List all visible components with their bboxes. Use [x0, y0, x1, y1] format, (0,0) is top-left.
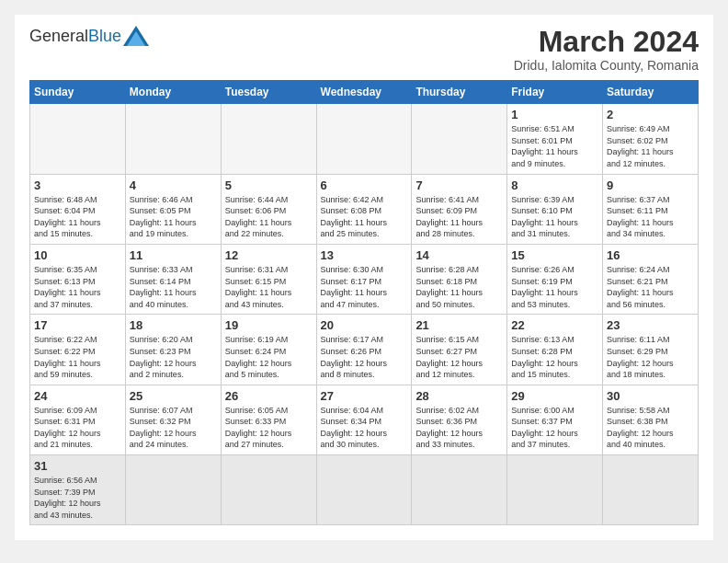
calendar-cell: 8Sunrise: 6:39 AM Sunset: 6:10 PM Daylig… [507, 174, 603, 244]
calendar-cell: 5Sunrise: 6:44 AM Sunset: 6:06 PM Daylig… [221, 174, 316, 244]
day-info: Sunrise: 5:58 AM Sunset: 6:38 PM Dayligh… [607, 405, 694, 451]
calendar-cell: 29Sunrise: 6:00 AM Sunset: 6:37 PM Dayli… [507, 385, 603, 454]
calendar-cell: 3Sunrise: 6:48 AM Sunset: 6:04 PM Daylig… [30, 174, 126, 244]
day-number: 19 [225, 318, 313, 332]
day-number: 30 [607, 389, 694, 403]
day-number: 20 [321, 318, 408, 332]
day-info: Sunrise: 6:26 AM Sunset: 6:19 PM Dayligh… [511, 264, 598, 310]
day-info: Sunrise: 6:05 AM Sunset: 6:33 PM Dayligh… [225, 405, 313, 451]
calendar-week-3: 10Sunrise: 6:35 AM Sunset: 6:13 PM Dayli… [30, 244, 699, 314]
day-number: 8 [511, 178, 598, 192]
weekday-header-thursday: Thursday [412, 81, 507, 104]
calendar-cell [316, 104, 412, 174]
day-number: 24 [34, 389, 121, 403]
day-number: 17 [34, 318, 121, 332]
logo-icon [123, 26, 149, 46]
day-number: 15 [511, 248, 598, 262]
day-info: Sunrise: 6:07 AM Sunset: 6:32 PM Dayligh… [130, 405, 217, 451]
day-info: Sunrise: 6:04 AM Sunset: 6:34 PM Dayligh… [321, 405, 408, 451]
calendar-cell: 31Sunrise: 6:56 AM Sunset: 7:39 PM Dayli… [30, 455, 126, 525]
header: GeneralBlue March 2024 Dridu, Ialomita C… [29, 26, 699, 73]
day-info: Sunrise: 6:20 AM Sunset: 6:23 PM Dayligh… [130, 334, 217, 380]
day-info: Sunrise: 6:30 AM Sunset: 6:17 PM Dayligh… [321, 264, 408, 310]
day-number: 31 [34, 459, 121, 473]
calendar-cell: 1Sunrise: 6:51 AM Sunset: 6:01 PM Daylig… [507, 104, 603, 174]
logo-text: GeneralBlue [29, 28, 121, 44]
weekday-header-row: SundayMondayTuesdayWednesdayThursdayFrid… [30, 81, 699, 104]
day-number: 26 [225, 389, 313, 403]
day-info: Sunrise: 6:24 AM Sunset: 6:21 PM Dayligh… [607, 264, 694, 310]
calendar-cell: 14Sunrise: 6:28 AM Sunset: 6:18 PM Dayli… [412, 244, 507, 314]
day-info: Sunrise: 6:56 AM Sunset: 7:39 PM Dayligh… [34, 475, 121, 521]
calendar-cell: 16Sunrise: 6:24 AM Sunset: 6:21 PM Dayli… [603, 244, 699, 314]
weekday-header-sunday: Sunday [30, 81, 126, 104]
calendar-cell: 6Sunrise: 6:42 AM Sunset: 6:08 PM Daylig… [316, 174, 412, 244]
calendar-cell: 18Sunrise: 6:20 AM Sunset: 6:23 PM Dayli… [125, 315, 221, 385]
day-number: 6 [321, 178, 408, 192]
weekday-header-saturday: Saturday [603, 81, 699, 104]
logo: GeneralBlue [29, 26, 149, 46]
day-number: 13 [321, 248, 408, 262]
calendar-cell [507, 455, 603, 525]
calendar-cell [125, 104, 221, 174]
calendar-cell: 21Sunrise: 6:15 AM Sunset: 6:27 PM Dayli… [412, 315, 507, 385]
calendar-cell: 25Sunrise: 6:07 AM Sunset: 6:32 PM Dayli… [125, 385, 221, 454]
calendar-cell [125, 455, 221, 525]
day-info: Sunrise: 6:44 AM Sunset: 6:06 PM Dayligh… [225, 194, 313, 240]
calendar-week-1: 1Sunrise: 6:51 AM Sunset: 6:01 PM Daylig… [30, 104, 699, 174]
calendar-week-5: 24Sunrise: 6:09 AM Sunset: 6:31 PM Dayli… [30, 385, 699, 454]
day-number: 28 [415, 389, 503, 403]
calendar-cell: 28Sunrise: 6:02 AM Sunset: 6:36 PM Dayli… [412, 385, 507, 454]
day-info: Sunrise: 6:42 AM Sunset: 6:08 PM Dayligh… [321, 194, 408, 240]
calendar-week-4: 17Sunrise: 6:22 AM Sunset: 6:22 PM Dayli… [30, 315, 699, 385]
day-number: 29 [511, 389, 598, 403]
calendar-cell [412, 104, 507, 174]
calendar-cell: 26Sunrise: 6:05 AM Sunset: 6:33 PM Dayli… [221, 385, 316, 454]
calendar-cell [603, 455, 699, 525]
day-info: Sunrise: 6:02 AM Sunset: 6:36 PM Dayligh… [415, 405, 503, 451]
day-number: 22 [511, 318, 598, 332]
day-info: Sunrise: 6:09 AM Sunset: 6:31 PM Dayligh… [34, 405, 121, 451]
calendar-cell [221, 104, 316, 174]
day-info: Sunrise: 6:28 AM Sunset: 6:18 PM Dayligh… [415, 264, 503, 310]
day-number: 10 [34, 248, 121, 262]
day-number: 7 [415, 178, 503, 192]
day-number: 1 [511, 108, 598, 121]
location-subtitle: Dridu, Ialomita County, Romania [514, 58, 699, 73]
title-block: March 2024 Dridu, Ialomita County, Roman… [514, 26, 699, 73]
weekday-header-wednesday: Wednesday [316, 81, 412, 104]
day-number: 9 [607, 178, 694, 192]
calendar-cell: 17Sunrise: 6:22 AM Sunset: 6:22 PM Dayli… [30, 315, 126, 385]
calendar-cell: 30Sunrise: 5:58 AM Sunset: 6:38 PM Dayli… [603, 385, 699, 454]
day-info: Sunrise: 6:49 AM Sunset: 6:02 PM Dayligh… [607, 123, 694, 169]
calendar-cell: 15Sunrise: 6:26 AM Sunset: 6:19 PM Dayli… [507, 244, 603, 314]
calendar-cell: 12Sunrise: 6:31 AM Sunset: 6:15 PM Dayli… [221, 244, 316, 314]
month-title: March 2024 [514, 26, 699, 58]
day-info: Sunrise: 6:37 AM Sunset: 6:11 PM Dayligh… [607, 194, 694, 240]
weekday-header-monday: Monday [125, 81, 221, 104]
calendar-cell [30, 104, 126, 174]
day-number: 11 [130, 248, 217, 262]
calendar-cell: 23Sunrise: 6:11 AM Sunset: 6:29 PM Dayli… [603, 315, 699, 385]
calendar-cell [412, 455, 507, 525]
day-info: Sunrise: 6:48 AM Sunset: 6:04 PM Dayligh… [34, 194, 121, 240]
day-info: Sunrise: 6:11 AM Sunset: 6:29 PM Dayligh… [607, 334, 694, 380]
weekday-header-tuesday: Tuesday [221, 81, 316, 104]
day-number: 14 [415, 248, 503, 262]
calendar-cell: 22Sunrise: 6:13 AM Sunset: 6:28 PM Dayli… [507, 315, 603, 385]
calendar-cell [221, 455, 316, 525]
day-info: Sunrise: 6:31 AM Sunset: 6:15 PM Dayligh… [225, 264, 313, 310]
calendar-week-6: 31Sunrise: 6:56 AM Sunset: 7:39 PM Dayli… [30, 455, 699, 525]
day-info: Sunrise: 6:22 AM Sunset: 6:22 PM Dayligh… [34, 334, 121, 380]
day-info: Sunrise: 6:17 AM Sunset: 6:26 PM Dayligh… [321, 334, 408, 380]
day-number: 16 [607, 248, 694, 262]
calendar-cell: 9Sunrise: 6:37 AM Sunset: 6:11 PM Daylig… [603, 174, 699, 244]
day-number: 27 [321, 389, 408, 403]
day-info: Sunrise: 6:33 AM Sunset: 6:14 PM Dayligh… [130, 264, 217, 310]
calendar-cell: 13Sunrise: 6:30 AM Sunset: 6:17 PM Dayli… [316, 244, 412, 314]
day-number: 4 [130, 178, 217, 192]
calendar-cell: 19Sunrise: 6:19 AM Sunset: 6:24 PM Dayli… [221, 315, 316, 385]
day-number: 23 [607, 318, 694, 332]
calendar-cell [316, 455, 412, 525]
day-number: 3 [34, 178, 121, 192]
